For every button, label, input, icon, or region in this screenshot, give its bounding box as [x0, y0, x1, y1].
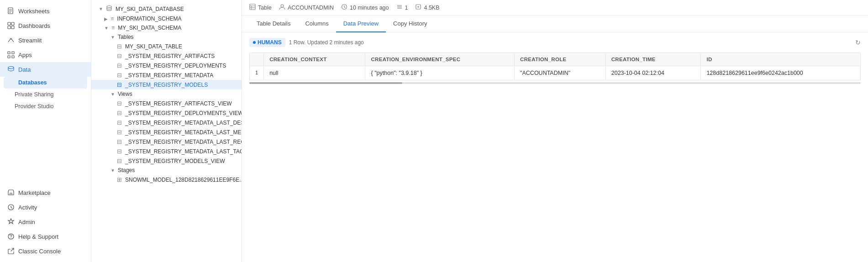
sidebar-item-marketplace[interactable]: Marketplace [0, 185, 91, 200]
svg-point-15 [11, 238, 11, 238]
data-preview-content: HUMANS 1 Row. Updated 2 minutes ago ↻ CR… [242, 32, 868, 262]
data-icon [7, 66, 15, 73]
tree-database[interactable]: ▼ MY_SKI_DATA_DATABASE [91, 4, 242, 14]
apps-icon [7, 51, 15, 58]
svg-rect-8 [8, 52, 10, 54]
tree-table-myski[interactable]: ⊟ MY_SKI_DATA_TABLE [91, 42, 242, 51]
col-creation-env-spec: CREATION_ENVIRONMENT_SPEC [365, 53, 515, 66]
header-size: 4.5KB [415, 4, 439, 11]
sidebar-label-streamlit: Streamlit [18, 37, 42, 44]
sidebar-label-apps: Apps [18, 52, 32, 58]
horizontal-scrollbar[interactable] [249, 82, 861, 84]
tree-schema-name-info: INFORMATION_SCHEMA [117, 16, 181, 22]
tree-stage-name: SNOWML_MODEL_128D8218629611EE9F6E... [125, 177, 242, 183]
chevron-down-schema: ▼ [104, 26, 109, 31]
database-icon [106, 5, 112, 13]
tab-table-details[interactable]: Table Details [249, 16, 298, 32]
cell-creation-env-spec: { "python": "3.9.18" } [365, 66, 515, 80]
dashboards-icon [7, 22, 15, 29]
view-icon-2: ⊟ [117, 110, 122, 116]
size-icon [415, 4, 421, 11]
header-user-label: ACCOUNTADMIN [288, 5, 334, 11]
header-type: Table [249, 4, 272, 11]
view-icon-5: ⊟ [117, 138, 122, 145]
tree-table-deployments[interactable]: ⊟ _SYSTEM_REGISTRY_DEPLOYMENTS [91, 61, 242, 70]
table-icon-4: ⊟ [117, 72, 122, 79]
sidebar-item-admin[interactable]: Admin [0, 215, 91, 229]
row-number-1: 1 [250, 66, 264, 80]
tree-view-models[interactable]: ⊟ _SYSTEM_REGISTRY_MODELS_VIEW [91, 156, 242, 166]
sidebar-label-activity: Activity [18, 204, 37, 211]
svg-rect-6 [8, 26, 11, 29]
tree-table-metadata[interactable]: ⊟ _SYSTEM_REGISTRY_METADATA [91, 70, 242, 80]
sidebar-item-apps[interactable]: Apps [0, 47, 91, 62]
sidebar-label-dashboards: Dashboards [18, 22, 50, 29]
tab-data-preview[interactable]: Data Preview [336, 16, 386, 32]
tree-view-metadata-tags[interactable]: ⊟ _SYSTEM_REGISTRY_METADATA_LAST_TAGS [91, 147, 242, 156]
svg-point-12 [8, 67, 14, 69]
svg-point-21 [281, 5, 284, 7]
views-section-label: Views [118, 91, 132, 97]
svg-rect-9 [12, 52, 14, 54]
tree-section-stages[interactable]: ▼ Stages [91, 166, 242, 175]
main-header: Table ACCOUNTADMIN 10 minutes ago 1 4.5K… [242, 0, 868, 16]
marketplace-icon [7, 189, 15, 196]
tree-schema-myski[interactable]: ▼ ≡ MY_SKI_DATA_SCHEMA [91, 23, 242, 32]
sidebar-label-data: Data [18, 66, 31, 73]
tab-columns[interactable]: Columns [298, 16, 336, 32]
tree-section-tables[interactable]: ▼ Tables [91, 32, 242, 42]
sidebar-sub-private-sharing[interactable]: Private Sharing [0, 89, 91, 100]
row-num-header [250, 53, 264, 66]
header-size-label: 4.5KB [424, 5, 439, 11]
table-icon-5-selected: ⊟ [117, 81, 122, 88]
col-id: ID [701, 53, 861, 66]
schema-icon: ≡ [110, 16, 114, 22]
col-creation-role: CREATION_ROLE [515, 53, 606, 66]
help-icon [7, 233, 15, 240]
sidebar-label-marketplace: Marketplace [18, 189, 51, 196]
tree-stage-snowml[interactable]: ⊞ SNOWML_MODEL_128D8218629611EE9F6E... [91, 175, 242, 184]
tree-schema-information[interactable]: ▶ ≡ INFORMATION_SCHEMA [91, 14, 242, 23]
tree-view-name-1: _SYSTEM_REGISTRY_ARTIFACTS_VIEW [125, 100, 232, 107]
sidebar-item-activity[interactable]: Activity [0, 200, 91, 215]
tree-view-metadata-reg[interactable]: ⊟ _SYSTEM_REGISTRY_METADATA_LAST_REG... [91, 137, 242, 147]
svg-rect-4 [8, 22, 11, 25]
tree-section-views[interactable]: ▼ Views [91, 89, 242, 99]
worksheets-icon [7, 7, 15, 15]
tree-view-name-5: _SYSTEM_REGISTRY_METADATA_LAST_REG... [125, 139, 242, 145]
sidebar: Worksheets Dashboards Streamlit Apps Dat… [0, 0, 91, 262]
tree-view-metadata-me[interactable]: ⊟ _SYSTEM_REGISTRY_METADATA_LAST_ME... [91, 127, 242, 137]
badge-dot [253, 41, 256, 44]
tree-table-artifacts[interactable]: ⊟ _SYSTEM_REGISTRY_ARTIFACTS [91, 51, 242, 61]
data-preview-table: CREATION_CONTEXT CREATION_ENVIRONMENT_SP… [249, 52, 861, 80]
header-rows: 1 [396, 4, 408, 11]
tree-view-metadata-des[interactable]: ⊟ _SYSTEM_REGISTRY_METADATA_LAST_DES... [91, 118, 242, 127]
table-icon: ⊟ [117, 43, 122, 50]
sidebar-sub-databases[interactable]: Databases [4, 77, 87, 89]
sidebar-item-streamlit[interactable]: Streamlit [0, 33, 91, 47]
streamlit-icon [7, 37, 15, 44]
tree-table-models[interactable]: ⊟ _SYSTEM_REGISTRY_MODELS [91, 80, 242, 89]
sidebar-item-worksheets[interactable]: Worksheets [0, 4, 91, 18]
sidebar-item-data[interactable]: Data [0, 62, 91, 77]
svg-rect-11 [12, 56, 14, 58]
header-user: ACCOUNTADMIN [279, 4, 334, 11]
clock-icon [341, 4, 347, 11]
tree-schema-name-myski: MY_SKI_DATA_SCHEMA [118, 25, 181, 31]
sidebar-sub-provider-studio[interactable]: Provider Studio [0, 100, 91, 112]
tree-view-deployments[interactable]: ⊟ _SYSTEM_REGISTRY_DEPLOYMENTS_VIEW [91, 108, 242, 118]
refresh-button[interactable]: ↻ [855, 39, 861, 46]
sidebar-item-dashboards[interactable]: Dashboards [0, 18, 91, 33]
view-icon-6: ⊟ [117, 148, 122, 155]
admin-icon [7, 218, 15, 225]
sidebar-item-classic-console[interactable]: Classic Console [0, 244, 91, 258]
sidebar-item-help-support[interactable]: Help & Support [0, 229, 91, 244]
svg-rect-7 [11, 26, 14, 29]
tab-copy-history[interactable]: Copy History [386, 16, 434, 32]
tree-view-artifacts[interactable]: ⊟ _SYSTEM_REGISTRY_ARTIFACTS_VIEW [91, 99, 242, 108]
view-icon-7: ⊟ [117, 157, 122, 164]
scroll-thumb [249, 82, 402, 84]
user-icon [279, 4, 285, 11]
header-rows-label: 1 [405, 5, 408, 11]
tree-table-name-models: _SYSTEM_REGISTRY_MODELS [125, 82, 208, 88]
